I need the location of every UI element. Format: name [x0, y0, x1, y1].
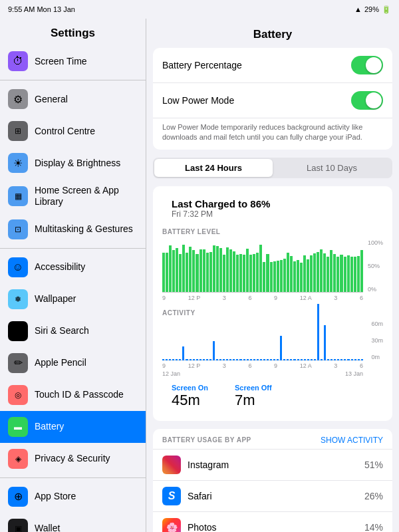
activity-bar	[257, 359, 259, 360]
activity-chart: 60m 30m 0m	[162, 321, 383, 360]
general-label: General	[35, 94, 68, 105]
activity-bar	[301, 359, 303, 360]
sidebar-item-control-centre[interactable]: ⊞ Control Centre	[0, 115, 146, 147]
wallpaper-icon: ❅	[8, 289, 28, 309]
status-right: ▲ 29% 🔋	[354, 5, 391, 14]
activity-bar	[358, 359, 360, 360]
homescreen-icon: ▦	[8, 186, 28, 206]
activity-bar	[166, 359, 168, 360]
usage-header: BATTERY USAGE BY APP SHOW ACTIVITY	[153, 429, 392, 449]
app-row-photos: 🌸 Photos 14%	[153, 511, 392, 532]
sidebar-item-screen-time[interactable]: ⏱ Screen Time	[0, 45, 146, 77]
activity-bar	[172, 359, 174, 360]
activity-bar	[176, 359, 178, 360]
battery-bar	[209, 252, 212, 292]
activity-bar	[331, 359, 332, 360]
activity-bar	[200, 359, 201, 360]
activity-bar	[324, 325, 326, 360]
wallet-icon: ▣	[8, 519, 28, 532]
battery-chart-section: Last Charged to 86% Fri 7:32 PM BATTERY …	[153, 186, 392, 421]
accessibility-label: Accessibility	[35, 261, 85, 273]
privacy-label: Privacy & Security	[35, 453, 110, 464]
battery-bar	[236, 255, 239, 292]
battery-bar	[179, 254, 182, 292]
battery-percentage-toggle[interactable]	[351, 56, 383, 74]
photos-icon: 🌸	[162, 518, 181, 532]
activity-bar	[182, 346, 184, 360]
battery-bars-area	[162, 239, 363, 293]
battery-bar	[169, 245, 172, 292]
battery-bar	[360, 250, 363, 292]
battery-bar	[223, 255, 225, 291]
battery-bar	[357, 256, 360, 292]
siri-icon: ◉	[8, 321, 28, 341]
low-power-toggle[interactable]	[351, 91, 383, 110]
sidebar-item-wallet[interactable]: ▣ Wallet	[0, 513, 146, 532]
activity-bar	[190, 359, 192, 360]
sidebar-item-siri[interactable]: ◉ Siri & Search	[0, 315, 146, 347]
sidebar-item-privacy[interactable]: ◈ Privacy & Security	[0, 443, 146, 475]
multitasking-icon: ⊡	[8, 219, 28, 239]
sidebar-item-pencil[interactable]: ✏ Apple Pencil	[0, 347, 146, 379]
photos-name: Photos	[188, 522, 358, 532]
sidebar-item-accessibility[interactable]: ☺ Accessibility	[0, 251, 146, 283]
battery-icon: ▬	[8, 417, 28, 437]
sidebar-item-touchid[interactable]: ◎ Touch ID & Passcode	[0, 379, 146, 411]
battery-bar	[226, 247, 229, 292]
show-activity-button[interactable]: SHOW ACTIVITY	[321, 436, 383, 445]
battery-bar	[317, 252, 319, 292]
activity-bar	[283, 359, 285, 360]
tab-last-10-days[interactable]: Last 10 Days	[273, 159, 391, 177]
sidebar-item-multitasking[interactable]: ⊡ Multitasking & Gestures	[0, 213, 146, 245]
battery-bar	[259, 245, 262, 292]
sidebar-item-general[interactable]: ⚙ General	[0, 83, 146, 115]
last-charged-info: Last Charged to 86% Fri 7:32 PM	[162, 193, 383, 221]
display-icon: ☀	[8, 153, 28, 173]
battery-bar	[196, 254, 198, 291]
activity-bar	[209, 359, 211, 360]
battery-bar	[327, 257, 329, 292]
activity-bar	[193, 359, 195, 360]
activity-bar	[307, 359, 309, 360]
usage-title: BATTERY USAGE BY APP	[162, 436, 251, 444]
toggles-section: Battery Percentage Low Power Mode Low Po…	[153, 48, 392, 150]
battery-bar	[283, 259, 286, 292]
battery-bar	[336, 257, 339, 292]
battery-bar	[200, 249, 202, 292]
sidebar-title: Settings	[0, 19, 146, 45]
general-icon: ⚙	[8, 89, 28, 109]
activity-bar	[243, 359, 245, 360]
sidebar-item-battery[interactable]: ▬ Battery	[0, 411, 146, 443]
content-panel: Battery Battery Percentage Low Power Mod…	[146, 19, 399, 532]
battery-bar	[249, 255, 252, 292]
sidebar-item-appstore[interactable]: ⊕ App Store	[0, 481, 146, 513]
battery-bar	[239, 254, 242, 292]
last-charged-time: Fri 7:32 PM	[172, 209, 374, 219]
app-row-safari: S Safari 26%	[153, 480, 392, 511]
activity-x-labels: 9 12 P 3 6 9 12 A 3 6	[162, 362, 363, 369]
battery-bar	[350, 257, 353, 292]
display-label: Display & Brightness	[35, 158, 120, 169]
battery-bar	[213, 245, 215, 292]
activity-bar	[317, 304, 319, 360]
tab-last-24-hours[interactable]: Last 24 Hours	[154, 159, 273, 177]
sidebar-item-display[interactable]: ☀ Display & Brightness	[0, 147, 146, 179]
battery-bar	[297, 260, 299, 292]
date-label-jan12: 12 Jan	[162, 370, 180, 377]
battery-bar	[206, 253, 209, 292]
sidebar-item-homescreen[interactable]: ▦ Home Screen & App Library	[0, 179, 146, 213]
low-power-row: Low Power Mode	[153, 83, 392, 118]
activity-bar	[247, 359, 249, 360]
appstore-label: App Store	[35, 491, 76, 502]
screen-on-stat: Screen On 45m	[172, 384, 208, 409]
screen-time-icon: ⏱	[8, 51, 28, 71]
activity-title: ACTIVITY	[162, 309, 383, 317]
activity-bars	[162, 321, 363, 360]
activity-bar	[334, 359, 336, 360]
activity-y-labels: 60m 30m 0m	[371, 321, 383, 360]
activity-bar	[226, 359, 228, 360]
activity-bar	[196, 359, 198, 360]
sidebar-item-wallpaper[interactable]: ❅ Wallpaper	[0, 283, 146, 315]
battery-bar	[323, 253, 326, 292]
multitasking-label: Multitasking & Gestures	[35, 223, 133, 235]
